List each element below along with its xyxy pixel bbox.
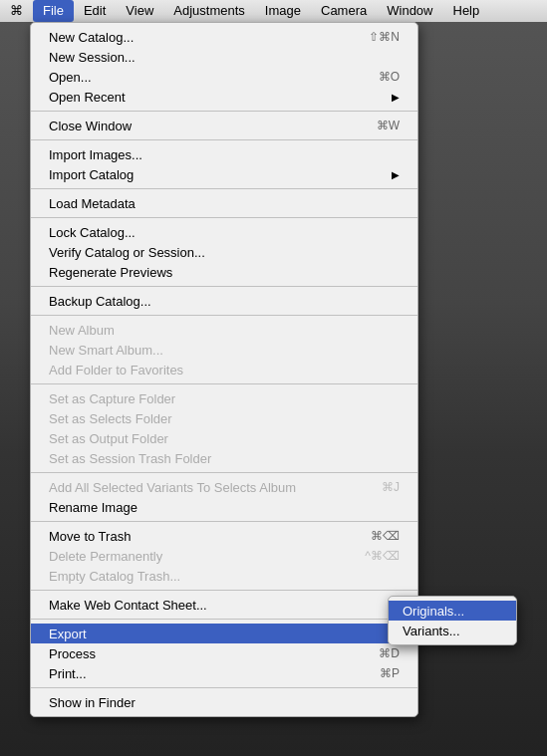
menu-item-label-regenerate-previews: Regenerate Previews: [49, 265, 400, 280]
menu-item-label-delete-permanently: Delete Permanently: [49, 549, 335, 564]
menu-item-label-rename-image: Rename Image: [49, 500, 400, 515]
menu-item-rename-image[interactable]: Rename Image: [31, 497, 417, 517]
menu-item-new-catalog[interactable]: New Catalog...⇧⌘N: [31, 27, 417, 47]
menubar-item-adjustments[interactable]: Adjustments: [163, 0, 255, 22]
menu-item-export[interactable]: Export▶: [31, 624, 417, 643]
menu-item-label-set-selects-folder: Set as Selects Folder: [49, 411, 400, 426]
separator-after-load-metadata: [31, 217, 417, 218]
submenu-item-originals[interactable]: Originals...: [389, 601, 516, 621]
separator-after-backup-catalog: [31, 315, 417, 316]
menu-item-label-set-capture-folder: Set as Capture Folder: [49, 391, 400, 406]
separator-after-close-window: [31, 139, 417, 140]
menu-item-shortcut-add-all-selected: ⌘J: [382, 480, 400, 494]
menu-item-make-web-contact[interactable]: Make Web Contact Sheet...: [31, 595, 417, 615]
menubar-item-window[interactable]: Window: [377, 0, 442, 22]
menu-item-close-window[interactable]: Close Window⌘W: [31, 116, 417, 135]
menubar-item-edit[interactable]: Edit: [74, 0, 116, 22]
menu-item-add-all-selected: Add All Selected Variants To Selects Alb…: [31, 477, 417, 497]
menubar-item-help[interactable]: Help: [443, 0, 490, 22]
menu-item-label-new-album: New Album: [49, 323, 400, 338]
menu-item-shortcut-move-to-trash: ⌘⌫: [371, 529, 400, 543]
menu-item-label-print: Print...: [49, 666, 350, 681]
menu-item-label-add-all-selected: Add All Selected Variants To Selects Alb…: [49, 480, 352, 495]
menu-item-open[interactable]: Open...⌘O: [31, 67, 417, 87]
menu-item-set-capture-folder: Set as Capture Folder: [31, 388, 417, 408]
menu-item-label-new-session: New Session...: [49, 50, 400, 65]
menubar-item-camera[interactable]: Camera: [311, 0, 377, 22]
menu-item-new-smart-album: New Smart Album...: [31, 340, 417, 360]
menubar-item-file[interactable]: File: [33, 0, 74, 22]
submenu-item-variants[interactable]: Variants...: [389, 621, 516, 640]
menu-item-label-show-in-finder: Show in Finder: [49, 695, 400, 710]
menu-item-print[interactable]: Print...⌘P: [31, 663, 417, 683]
menu-item-label-open: Open...: [49, 70, 349, 85]
separator-after-regenerate-previews: [31, 286, 417, 287]
menu-item-label-set-trash-folder: Set as Session Trash Folder: [49, 451, 400, 466]
menu-item-backup-catalog[interactable]: Backup Catalog...: [31, 291, 417, 311]
menu-item-show-in-finder[interactable]: Show in Finder: [31, 692, 417, 712]
menu-item-empty-catalog-trash: Empty Catalog Trash...: [31, 566, 417, 586]
separator-after-empty-catalog-trash: [31, 590, 417, 591]
menu-item-set-trash-folder: Set as Session Trash Folder: [31, 448, 417, 468]
menu-item-delete-permanently: Delete Permanently^⌘⌫: [31, 546, 417, 566]
menu-item-label-process: Process: [49, 646, 349, 661]
menu-item-label-new-catalog: New Catalog...: [49, 30, 339, 45]
export-submenu: Originals...Variants...: [388, 596, 517, 645]
file-menu: New Catalog...⇧⌘NNew Session...Open...⌘O…: [30, 22, 418, 717]
menu-item-shortcut-process: ⌘D: [379, 646, 400, 660]
menu-item-lock-catalog[interactable]: Lock Catalog...: [31, 222, 417, 242]
menu-item-label-make-web-contact: Make Web Contact Sheet...: [49, 598, 400, 613]
menu-item-label-new-smart-album: New Smart Album...: [49, 343, 400, 358]
menu-item-label-close-window: Close Window: [49, 119, 347, 133]
menu-item-regenerate-previews[interactable]: Regenerate Previews: [31, 262, 417, 282]
menu-item-label-import-catalog: Import Catalog: [49, 167, 384, 182]
separator-after-open-recent: [31, 111, 417, 112]
menu-item-verify-catalog[interactable]: Verify Catalog or Session...: [31, 242, 417, 262]
menubar-item-apple[interactable]: ⌘: [0, 0, 33, 22]
menu-item-import-images[interactable]: Import Images...: [31, 144, 417, 164]
menu-item-add-folder-favorites: Add Folder to Favorites: [31, 360, 417, 379]
menu-item-open-recent[interactable]: Open Recent▶: [31, 87, 417, 107]
separator-after-print: [31, 687, 417, 688]
menu-item-shortcut-print: ⌘P: [380, 666, 400, 680]
menu-item-shortcut-delete-permanently: ^⌘⌫: [365, 549, 400, 563]
menu-item-label-lock-catalog: Lock Catalog...: [49, 225, 400, 240]
menu-item-label-verify-catalog: Verify Catalog or Session...: [49, 245, 400, 260]
menu-item-label-add-folder-favorites: Add Folder to Favorites: [49, 363, 400, 378]
separator-after-make-web-contact: [31, 619, 417, 620]
menu-item-import-catalog[interactable]: Import Catalog▶: [31, 164, 417, 184]
menu-item-shortcut-open: ⌘O: [379, 70, 400, 84]
submenu-arrow-import-catalog: ▶: [392, 169, 400, 180]
separator-after-add-folder-favorites: [31, 383, 417, 384]
menu-item-load-metadata[interactable]: Load Metadata: [31, 193, 417, 213]
menu-item-label-load-metadata: Load Metadata: [49, 196, 400, 211]
menu-item-shortcut-new-catalog: ⇧⌘N: [369, 30, 400, 44]
menu-item-label-open-recent: Open Recent: [49, 90, 384, 105]
menu-item-set-selects-folder: Set as Selects Folder: [31, 408, 417, 428]
menu-item-new-album: New Album: [31, 320, 417, 340]
menu-item-label-backup-catalog: Backup Catalog...: [49, 294, 400, 309]
submenu-arrow-open-recent: ▶: [392, 92, 400, 103]
menu-item-set-output-folder: Set as Output Folder: [31, 428, 417, 448]
menu-item-label-set-output-folder: Set as Output Folder: [49, 431, 400, 446]
menu-item-label-export: Export: [49, 627, 384, 641]
menu-item-new-session[interactable]: New Session...: [31, 47, 417, 67]
menu-item-label-import-images: Import Images...: [49, 147, 400, 162]
separator-after-rename-image: [31, 521, 417, 522]
menubar-item-image[interactable]: Image: [255, 0, 311, 22]
menubar-item-view[interactable]: View: [116, 0, 163, 22]
separator-after-set-trash-folder: [31, 472, 417, 473]
menu-item-label-move-to-trash: Move to Trash: [49, 529, 341, 544]
menu-item-shortcut-close-window: ⌘W: [377, 119, 400, 132]
menu-item-move-to-trash[interactable]: Move to Trash⌘⌫: [31, 526, 417, 546]
menu-item-process[interactable]: Process⌘D: [31, 643, 417, 663]
separator-after-import-catalog: [31, 188, 417, 189]
menubar: ⌘FileEditViewAdjustmentsImageCameraWindo…: [0, 0, 547, 22]
menu-item-label-empty-catalog-trash: Empty Catalog Trash...: [49, 569, 400, 584]
